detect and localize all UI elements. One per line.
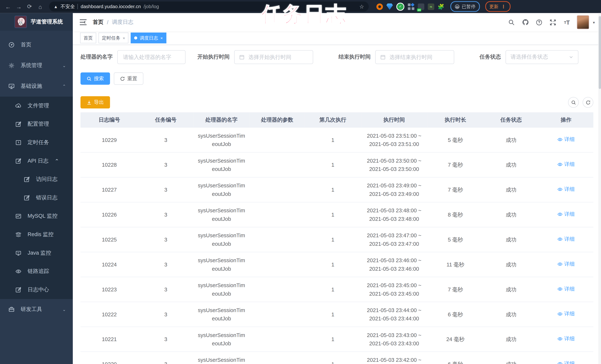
job-status-select[interactable]: 请选择任务状态 (505, 50, 578, 64)
home-icon[interactable]: ⌂ (36, 2, 45, 11)
close-icon[interactable]: × (123, 36, 125, 40)
search-button[interactable]: 搜索 (80, 72, 110, 85)
collapse-sidebar-icon[interactable] (79, 18, 87, 27)
green-check-extension-icon[interactable]: ✓ (396, 2, 404, 10)
cell-status: 成功 (483, 302, 539, 327)
cell-log-id: 10224 (80, 252, 138, 277)
switch-on-extension-icon[interactable]: on (418, 3, 424, 10)
tab-job-log[interactable]: 调度日志 × (131, 32, 166, 43)
search-button-label: 搜索 (94, 75, 104, 82)
sidebar-item-access-log[interactable]: 访问日志 (0, 170, 73, 189)
sidebar-item-error-log[interactable]: 错误日志 (0, 189, 73, 207)
sidebar-item-mysql-monitor[interactable]: MySQL 监控 (0, 207, 73, 225)
cell-exec-time: 2021-05-03 23:50:00 ~ 2021-05-03 23:50:0… (361, 152, 427, 177)
detail-link[interactable]: 详细 (557, 160, 575, 169)
breadcrumb-home[interactable]: 首页 (93, 19, 103, 26)
sidebar-item-label: 定时任务 (28, 139, 49, 146)
back-icon[interactable]: ← (4, 2, 12, 11)
fullscreen-icon[interactable] (549, 19, 557, 26)
browser-menu-icon[interactable]: ⋮ (501, 4, 506, 9)
sidebar-item-system[interactable]: 系统管理 ⌄ (0, 55, 73, 76)
handler-name-input[interactable] (122, 54, 180, 61)
export-button[interactable]: 导出 (80, 96, 110, 109)
search-icon (87, 76, 92, 81)
error-log-icon (24, 195, 30, 201)
address-bar[interactable]: ▲ 不安全 dashboard.yudao.iocoder.cn/job/log… (49, 1, 369, 11)
reset-button[interactable]: 重置 (114, 72, 143, 85)
security-label[interactable]: 不安全 (60, 3, 75, 10)
end-time-input[interactable] (389, 54, 449, 61)
detail-link[interactable]: 详细 (557, 135, 575, 144)
tab-scheduled-jobs[interactable]: 定时任务 × (99, 32, 129, 43)
browser-toolbar: ← → ⟳ ⌂ ▲ 不安全 dashboard.yudao.iocoder.cn… (0, 0, 601, 13)
sidebar-submenu-infrastructure: 文件管理 配置管理 定时任务 (0, 97, 73, 299)
green-leaf-extension-icon[interactable]: ❧ (428, 3, 434, 10)
cell-actions: 详细 (539, 128, 593, 152)
scrollbar[interactable] (598, 13, 601, 364)
job-log-table: 日志编号 任务编号 处理器的名字 处理器的参数 第几次执行 执行时间 执行时长 … (80, 112, 593, 364)
cell-exec-time: 2021-05-03 23:51:00 ~ 2021-05-03 23:51:0… (361, 128, 427, 152)
cell-round: 1 (305, 252, 361, 277)
detail-link[interactable]: 详细 (557, 235, 575, 243)
sidebar-item-home[interactable]: 首页 (0, 35, 73, 55)
avatar[interactable] (577, 15, 589, 29)
reload-icon[interactable]: ⟳ (25, 2, 34, 11)
sidebar-item-label: 日志中心 (28, 286, 49, 293)
detail-link[interactable]: 详细 (557, 285, 575, 293)
sidebar-item-redis-monitor[interactable]: Redis 监控 (0, 225, 73, 244)
search-icon[interactable] (508, 19, 515, 26)
sidebar-item-scheduled-jobs[interactable]: 定时任务 (0, 133, 73, 152)
sidebar-item-log-center[interactable]: 日志中心 (0, 281, 73, 299)
cell-job-id: 3 (138, 152, 193, 177)
tab-home[interactable]: 首页 (80, 32, 96, 43)
detail-link[interactable]: 详细 (557, 185, 575, 194)
font-size-icon[interactable]: TT (563, 19, 571, 26)
start-time-input[interactable] (248, 54, 308, 61)
bookmark-star-icon[interactable]: ☆ (359, 3, 364, 10)
sidebar-item-devtools[interactable]: 研发工具 ⌄ (0, 299, 73, 320)
help-icon[interactable] (535, 19, 543, 26)
url-host[interactable]: dashboard.yudao.iocoder.cn (80, 4, 141, 9)
cell-actions: 详细 (539, 352, 593, 364)
sidebar-item-java-monitor[interactable]: Java 监控 (0, 244, 73, 262)
cell-exec-time: 2021-05-03 23:48:00 ~ 2021-05-03 23:48:0… (361, 202, 427, 227)
detail-link[interactable]: 详细 (557, 360, 575, 364)
sidebar-item-infrastructure[interactable]: 基础设施 ⌃ (0, 76, 73, 97)
tab-label: 调度日志 (140, 35, 158, 41)
handler-name-input-wrap (117, 50, 185, 64)
sidebar-item-trace[interactable]: 链路追踪 (0, 262, 73, 281)
forward-icon[interactable]: → (15, 2, 23, 11)
tab-label: 首页 (83, 35, 93, 41)
blue-gem-extension-icon[interactable] (386, 3, 393, 10)
start-time-picker[interactable] (234, 50, 313, 64)
sidebar-item-api-log[interactable]: API 日志 ⌃ (0, 152, 73, 170)
sidebar-item-file-manage[interactable]: 文件管理 (0, 97, 73, 115)
sidebar-item-config-manage[interactable]: 配置管理 (0, 115, 73, 133)
grid-extension-icon[interactable] (408, 3, 414, 10)
chevron-up-icon: ⌃ (55, 158, 59, 164)
cell-handler-param (250, 252, 305, 277)
profile-paused-chip[interactable]: 😀 已暂停 (451, 1, 480, 12)
github-icon[interactable] (521, 19, 529, 26)
detail-link[interactable]: 详细 (557, 210, 575, 219)
update-label: 更新 (489, 3, 499, 10)
cell-handler-name: sysUserSessionTim eoutJob (193, 277, 250, 302)
detail-link[interactable]: 详细 (557, 260, 575, 268)
profile-emoji-avatar: 😀 (454, 4, 460, 10)
detail-link[interactable]: 详细 (557, 335, 575, 343)
toggle-search-button[interactable] (568, 97, 579, 108)
app-logo-row[interactable]: 🐰 芋道管理系统 (0, 13, 73, 31)
end-time-picker[interactable] (375, 50, 454, 64)
cell-job-id: 3 (138, 128, 193, 152)
app-logo: 🐰 (15, 16, 27, 28)
log-center-icon (15, 287, 21, 293)
refresh-table-button[interactable] (582, 97, 593, 108)
puzzle-extensions-icon[interactable]: 🧩 (438, 3, 444, 10)
close-icon[interactable]: × (160, 36, 163, 40)
chevron-down-icon[interactable]: ▾ (593, 20, 595, 24)
browser-update-button[interactable]: 更新 ⋮ (485, 1, 511, 12)
breadcrumb-current: 调度日志 (112, 19, 133, 26)
detail-link[interactable]: 详细 (557, 310, 575, 318)
orange-ring-extension-icon[interactable] (376, 3, 383, 10)
scrollbar-thumb[interactable] (599, 16, 601, 89)
